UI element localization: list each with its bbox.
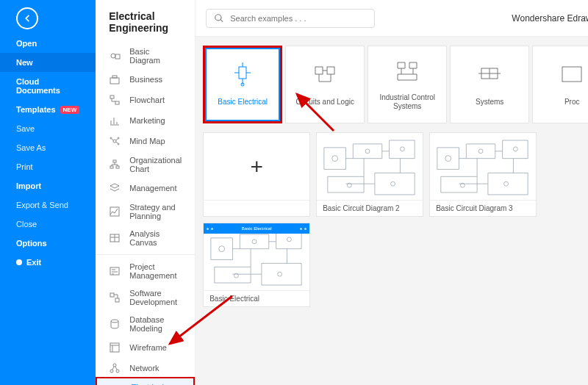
nav-item-cloud-documents[interactable]: Cloud Documents (0, 72, 96, 100)
svg-rect-38 (430, 133, 536, 200)
template-card-basic-circuit-diagram-3[interactable]: Basic Circuit Diagram 3 (429, 132, 537, 217)
svg-point-7 (110, 137, 112, 139)
strategy-icon (109, 206, 121, 217)
category-flowchart[interactable]: Flowchart (96, 90, 195, 110)
back-button[interactable] (16, 7, 38, 29)
category-analysis-canvas[interactable]: Analysis Canvas (96, 225, 195, 251)
nav-item-exit[interactable]: Exit (0, 253, 96, 272)
tile-icon (476, 62, 503, 90)
category-label: Marketing (129, 116, 165, 125)
tile-label: Proc (564, 98, 580, 107)
category-database-modeling[interactable]: Database Modeling (96, 311, 195, 337)
main-area: Wondershare EdrawMax Basic ElectricalCir… (196, 0, 588, 385)
nav-label: Exit (26, 258, 41, 267)
nav-label: Close (16, 220, 37, 229)
svg-point-20 (110, 370, 113, 373)
template-caption: Basic Circuit Diagram 2 (317, 201, 423, 216)
nav-label: New (16, 58, 33, 67)
category-network[interactable]: Network (96, 358, 195, 378)
nav-item-new[interactable]: New (0, 53, 96, 72)
briefcase-icon (109, 73, 121, 85)
svg-point-0 (111, 54, 115, 58)
wireframe-icon (109, 342, 121, 353)
category-label: Organizational Chart (129, 156, 182, 173)
database-icon (109, 318, 121, 330)
category-basic-diagram[interactable]: Basic Diagram (96, 43, 195, 69)
chart-icon (109, 115, 121, 126)
category-mind-map[interactable]: Mind Map (96, 131, 195, 151)
nav-item-import[interactable]: Import (0, 176, 96, 195)
svg-rect-4 (110, 96, 114, 98)
tile-icon (558, 62, 586, 90)
svg-rect-1 (115, 54, 120, 59)
nav-item-print[interactable]: Print (0, 157, 96, 176)
category-project-management[interactable]: Project Management (96, 258, 195, 284)
svg-rect-11 (110, 166, 113, 168)
svg-rect-28 (315, 67, 323, 74)
tile-proc[interactable]: Proc (532, 46, 588, 123)
svg-rect-10 (113, 160, 116, 162)
category-management[interactable]: Management (96, 178, 195, 198)
sidebar-nav: OpenNewCloud DocumentsTemplatesNEWSaveSa… (0, 0, 96, 385)
template-thumb (430, 133, 536, 201)
nav-item-open[interactable]: Open (0, 34, 96, 53)
search-icon (214, 13, 224, 24)
nav-label: Save As (16, 143, 46, 152)
tile-label: Basic Electrical (218, 98, 268, 107)
tile-basic-electrical[interactable]: Basic Electrical (203, 46, 282, 123)
category-list[interactable]: Basic DiagramBusinessFlowchartMarketingM… (96, 43, 195, 385)
nav-label: Options (16, 239, 47, 248)
svg-point-8 (118, 137, 119, 139)
category-wireframe[interactable]: Wireframe (96, 337, 195, 358)
category-label: Software Development (129, 289, 182, 306)
category-label: Project Management (129, 262, 182, 280)
nav-label: Print (16, 162, 33, 171)
template-caption: Basic Electrical (204, 291, 309, 306)
category-label: Mind Map (129, 137, 165, 145)
nav-item-export-send[interactable]: Export & Send (0, 195, 96, 215)
category-label: Management (129, 184, 176, 192)
tile-systems[interactable]: Systems (450, 46, 529, 123)
template-card-basic-circuit-diagram-2[interactable]: Basic Circuit Diagram 2 (316, 132, 423, 217)
category-marketing[interactable]: Marketing (96, 110, 195, 131)
tile-label: Industrial Control Systems (373, 93, 442, 111)
nav-label: Import (16, 181, 41, 190)
network-icon (109, 362, 121, 374)
nav-label: Save (16, 124, 35, 133)
category-label: Wireframe (129, 343, 167, 352)
nav-label: Open (16, 39, 37, 48)
svg-rect-16 (110, 293, 114, 297)
template-thumb: Basic Electrical (204, 223, 309, 291)
category-label: Business (129, 75, 162, 84)
template-thumb (317, 133, 423, 201)
category-software-development[interactable]: Software Development (96, 284, 195, 311)
nav-item-templates[interactable]: TemplatesNEW (0, 100, 96, 119)
nav-label: Cloud Documents (16, 77, 79, 95)
search-box[interactable] (206, 9, 375, 28)
app-root: OpenNewCloud DocumentsTemplatesNEWSaveSa… (0, 0, 588, 385)
template-card-blank[interactable]: + (203, 132, 310, 217)
category-business[interactable]: Business (96, 69, 195, 90)
mindmap-icon (109, 135, 121, 147)
nav-item-save-as[interactable]: Save As (0, 138, 96, 157)
nav-item-options[interactable]: Options (0, 234, 96, 253)
category-organizational-chart[interactable]: Organizational Chart (96, 151, 195, 178)
template-card-basic-electrical[interactable]: Basic ElectricalBasic Electrical (203, 223, 310, 307)
tile-industrial-control-systems[interactable]: Industrial Control Systems (368, 46, 447, 123)
category-electrical-engineering[interactable]: Electrical Engineering (96, 377, 195, 385)
plus-icon: + (250, 154, 263, 179)
svg-rect-31 (562, 67, 581, 82)
svg-point-18 (111, 320, 118, 323)
shapes-icon (109, 50, 121, 62)
svg-rect-17 (115, 298, 119, 302)
svg-rect-13 (110, 207, 119, 216)
category-strategy-and-planning[interactable]: Strategy and Planning (96, 198, 195, 225)
panel-title: Electrical Engineering (96, 0, 195, 43)
tile-circuits-and-logic[interactable]: Circuits and Logic (285, 46, 365, 123)
nav-item-save[interactable]: Save (0, 119, 96, 138)
nav-item-close[interactable]: Close (0, 215, 96, 234)
org-icon (109, 159, 121, 170)
tile-label: Circuits and Logic (295, 98, 354, 107)
search-input[interactable] (230, 14, 367, 23)
exit-icon (16, 259, 22, 265)
